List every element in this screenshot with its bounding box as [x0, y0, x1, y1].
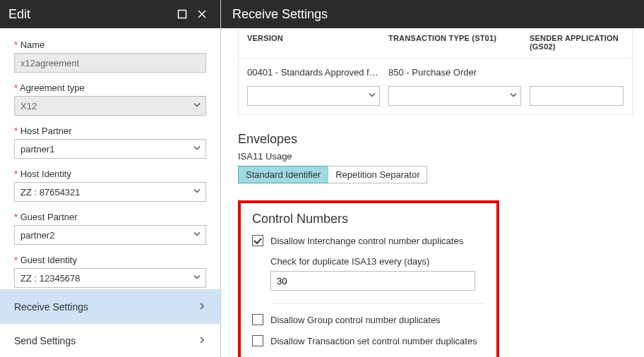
standard-identifier-button[interactable]: Standard Identifier	[238, 166, 328, 183]
control-numbers-section: Control Numbers Disallow Interchange con…	[238, 200, 499, 357]
cell-version: 00401 - Standards Approved for P...	[247, 67, 388, 78]
receive-settings-titlebar: Receive Settings	[221, 0, 644, 28]
col-sender-app-header: SENDER APPLICATION (GS02)	[530, 34, 624, 51]
close-button[interactable]	[192, 4, 212, 24]
chevron-right-icon	[198, 301, 206, 313]
host-partner-value: partner1	[20, 144, 54, 155]
edit-blade: Edit Name Agreement type X12 H	[0, 0, 221, 357]
host-partner-select[interactable]: partner1	[14, 139, 206, 159]
agreement-type-label: Agreement type	[14, 83, 206, 93]
cell-transaction-type: 850 - Purchase Order	[388, 67, 530, 78]
host-identity-select[interactable]: ZZ : 87654321	[14, 182, 206, 202]
col-transaction-type-header: TRANSACTION TYPE (ST01)	[388, 34, 530, 51]
col-version-header: VERSION	[247, 34, 388, 51]
version-select[interactable]	[247, 86, 380, 106]
chevron-down-icon	[509, 91, 518, 102]
agreement-type-select: X12	[14, 96, 206, 116]
isa11-usage-toggle: Standard Identifier Repetition Separator	[238, 166, 633, 183]
name-label: Name	[14, 40, 206, 50]
guest-partner-value: partner2	[20, 230, 54, 241]
control-numbers-title: Control Numbers	[252, 212, 485, 226]
chevron-down-icon	[193, 144, 201, 155]
svg-rect-0	[179, 11, 186, 18]
chevron-down-icon	[193, 230, 201, 241]
receive-settings-nav[interactable]: Receive Settings	[0, 289, 220, 323]
sender-app-input[interactable]	[530, 86, 624, 106]
disallow-transaction-label: Disallow Transaction set control number …	[270, 336, 477, 346]
host-identity-value: ZZ : 87654321	[20, 187, 80, 198]
table-row: 00401 - Standards Approved for P... 850 …	[239, 59, 632, 86]
transaction-table: VERSION TRANSACTION TYPE (ST01) SENDER A…	[238, 28, 633, 115]
disallow-group-label: Disallow Group control number duplicates	[270, 315, 441, 325]
chevron-down-icon	[193, 101, 201, 111]
guest-identity-label: Guest Identity	[14, 255, 206, 265]
chevron-down-icon	[368, 91, 376, 102]
host-partner-label: Host Partner	[14, 126, 206, 136]
chevron-down-icon	[193, 187, 201, 198]
receive-settings-blade: Receive Settings VERSION TRANSACTION TYP…	[221, 0, 644, 357]
guest-partner-select[interactable]: partner2	[14, 225, 206, 245]
name-input	[14, 53, 206, 73]
isa11-usage-label: ISA11 Usage	[238, 151, 633, 162]
check-duplicate-isa13-input[interactable]	[270, 271, 475, 291]
repetition-separator-button[interactable]: Repetition Separator	[328, 166, 427, 183]
send-settings-nav[interactable]: Send Settings	[0, 323, 220, 357]
transaction-type-select[interactable]	[388, 86, 521, 106]
guest-identity-select[interactable]: ZZ : 12345678	[14, 268, 206, 288]
disallow-interchange-checkbox[interactable]	[252, 235, 263, 246]
edit-titlebar: Edit	[0, 0, 220, 28]
disallow-transaction-checkbox[interactable]	[252, 335, 263, 346]
disallow-interchange-label: Disallow Interchange control number dupl…	[270, 236, 463, 246]
receive-settings-title: Receive Settings	[232, 7, 328, 22]
chevron-down-icon	[193, 273, 201, 284]
guest-identity-value: ZZ : 12345678	[20, 273, 80, 284]
host-identity-label: Host Identity	[14, 169, 206, 179]
guest-partner-label: Guest Partner	[14, 212, 206, 222]
maximize-button[interactable]	[172, 4, 192, 24]
receive-settings-label: Receive Settings	[14, 301, 88, 313]
agreement-type-value: X12	[20, 101, 37, 111]
chevron-right-icon	[198, 335, 206, 346]
check-duplicate-isa13-label: Check for duplicate ISA13 every (days)	[270, 256, 485, 267]
disallow-group-checkbox[interactable]	[252, 314, 263, 325]
send-settings-label: Send Settings	[14, 335, 76, 346]
edit-title: Edit	[8, 7, 30, 22]
envelopes-title: Envelopes	[238, 132, 633, 147]
divider	[270, 303, 485, 304]
